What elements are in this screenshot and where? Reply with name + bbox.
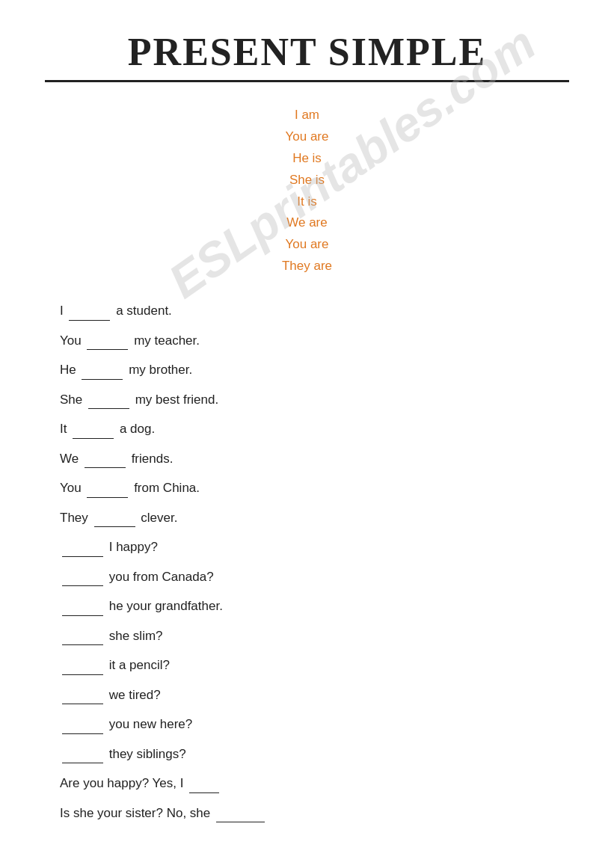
exercise-9: I happy? [60,538,569,557]
verb-list: I am You are He is She is It is We are Y… [45,105,569,277]
verb-item-8: They are [45,256,569,277]
verb-item-2: You are [45,126,569,148]
blank-7 [87,497,128,498]
blank-5 [73,438,114,439]
exercise-1: I a student. [60,301,569,321]
blank-6 [85,467,126,468]
exercise-3: He my brother. [60,360,569,380]
blank-8 [94,526,135,527]
exercise-4: She my best friend. [60,390,569,410]
exercise-7: You from China. [60,478,569,498]
exercise-13: it a pencil? [60,656,569,675]
blank-17 [189,792,219,793]
exercises-section: I a student. You my teacher. He my broth… [45,301,569,822]
verb-item-1: I am [45,105,569,126]
blank-2 [87,349,128,350]
verb-item-6: We are [45,212,569,234]
blank-10 [62,585,103,586]
exercise-8: They clever. [60,508,569,528]
exercise-16: they siblings? [60,745,569,764]
blank-9 [62,556,103,557]
exercise-17: Are you happy? Yes, I [60,774,569,793]
blank-1 [69,320,110,321]
verb-item-3: He is [45,148,569,170]
blank-3 [82,379,123,380]
verb-item-5: It is [45,191,569,213]
verb-item-4: She is [45,170,569,191]
exercise-10: you from Canada? [60,567,569,587]
exercise-5: It a dog. [60,419,569,439]
exercise-15: you new here? [60,715,569,734]
verb-item-7: You are [45,234,569,256]
exercise-11: he your grandfather. [60,597,569,616]
page-title: Present Simple [45,30,569,82]
page: ESLprintables.com Present Simple I am Yo… [0,0,614,868]
blank-11 [62,615,103,616]
exercise-12: she slim? [60,627,569,646]
exercise-6: We friends. [60,449,569,469]
blank-12 [62,644,103,645]
blank-4 [88,408,129,409]
blank-13 [62,674,103,675]
blank-18 [216,822,265,822]
exercise-2: You my teacher. [60,331,569,351]
blank-15 [62,733,103,734]
exercise-14: we tired? [60,686,569,705]
blank-16 [62,763,103,763]
blank-14 [62,704,103,704]
exercise-18: Is she your sister? No, she [60,804,569,823]
